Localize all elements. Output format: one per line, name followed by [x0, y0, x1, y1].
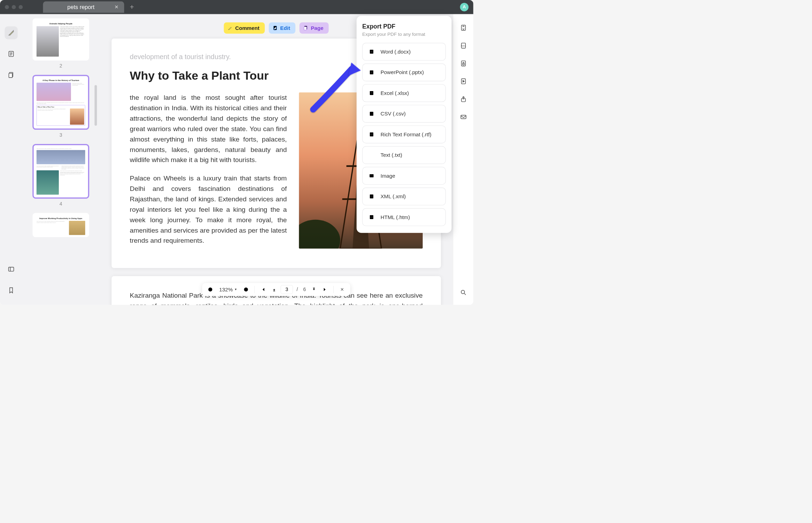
thumbnail-scrollbar[interactable]	[95, 85, 97, 126]
export-csv[interactable]: CSV (.csv)	[362, 105, 446, 122]
share-icon[interactable]	[460, 96, 467, 103]
svg-point-22	[461, 290, 464, 294]
convert-icon[interactable]	[460, 24, 467, 32]
floating-toolbar: Comment Edit Page	[224, 22, 329, 34]
svg-rect-2	[9, 73, 12, 78]
thumbnail-sidebar: Animals Helping People Lorem ipsum dolor…	[22, 14, 99, 305]
thumbnail-item[interactable]: Animals Helping People Lorem ipsum dolor…	[32, 18, 89, 69]
export-rtf[interactable]: RTF Rich Text Format (.rtf)	[362, 126, 446, 143]
comment-label: Comment	[235, 25, 260, 31]
pdfa-icon[interactable]: PDF/A	[460, 42, 467, 50]
thumbnail-number: 4	[32, 201, 89, 207]
page-number-input[interactable]	[281, 285, 293, 294]
play-icon[interactable]	[460, 78, 467, 86]
mail-icon[interactable]	[460, 113, 467, 121]
tab-title: pets report	[67, 4, 95, 10]
export-xml[interactable]: </> XML (.xml)	[362, 187, 446, 205]
svg-rect-29	[370, 112, 373, 115]
thumbnail-item[interactable]: Lorem ipsum dolor sit amet consectetur a…	[32, 144, 89, 207]
page-button[interactable]: Page	[300, 22, 329, 34]
close-window[interactable]	[5, 5, 9, 9]
comment-button[interactable]: Comment	[224, 22, 265, 34]
bookmark-tool[interactable]	[5, 284, 17, 297]
new-tab-button[interactable]: +	[130, 3, 134, 11]
thumbnail-item[interactable]: A Key Phase in the History of Tourism Lo…	[32, 75, 89, 138]
app-window: pets report ✕ + A	[0, 0, 473, 305]
export-powerpoint[interactable]: P PowerPoint (.pptx)	[362, 63, 446, 81]
export-title: Export PDF	[362, 23, 446, 30]
highlighter-tool[interactable]	[5, 26, 17, 39]
svg-text:P: P	[371, 71, 372, 73]
total-pages: 6	[302, 287, 308, 292]
minimize-window[interactable]	[12, 5, 16, 9]
thumbnail-number: 2	[32, 63, 89, 69]
search-icon[interactable]	[460, 289, 467, 297]
svg-rect-6	[304, 27, 307, 30]
maximize-window[interactable]	[19, 5, 23, 9]
rtf-icon: RTF	[368, 131, 375, 138]
thumbnail-item[interactable]: Improve Working Productivity in Using Ap…	[32, 213, 89, 237]
page-label: Page	[311, 25, 323, 31]
edit-label: Edit	[280, 25, 290, 31]
body-text: the royal land is the most sought after …	[130, 92, 287, 254]
svg-text:X: X	[371, 92, 372, 94]
word-icon: W	[368, 48, 375, 55]
close-tab-icon[interactable]: ✕	[114, 4, 119, 10]
svg-text:W: W	[371, 51, 373, 53]
zoom-in-button[interactable]	[241, 285, 250, 294]
export-txt[interactable]: Text (.txt)	[362, 146, 446, 164]
right-rail: PDF/A	[453, 14, 473, 305]
svg-rect-18	[462, 63, 464, 65]
first-page-button[interactable]	[259, 285, 268, 294]
zoom-out-button[interactable]	[206, 285, 215, 294]
thumbnail-number: 3	[32, 132, 89, 138]
powerpoint-icon: P	[368, 69, 375, 76]
svg-point-33	[371, 175, 371, 176]
excel-icon: X	[368, 89, 375, 97]
export-excel[interactable]: X Excel (.xlsx)	[362, 84, 446, 102]
svg-point-13	[244, 288, 248, 291]
svg-point-11	[299, 220, 340, 249]
page-separator: /	[295, 287, 300, 292]
export-word[interactable]: W Word (.docx)	[362, 43, 446, 61]
csv-icon	[368, 110, 375, 118]
svg-text:</>: </>	[371, 196, 373, 198]
panel-toggle[interactable]	[5, 263, 17, 276]
traffic-lights	[5, 5, 23, 9]
prev-page-button[interactable]	[270, 285, 279, 294]
export-panel: Export PDF Export your PDF to any format…	[357, 16, 452, 233]
lock-icon[interactable]	[460, 60, 467, 68]
svg-text:PDF/A: PDF/A	[461, 45, 466, 47]
bottom-nav-bar: 132% ▼ / 6	[202, 283, 350, 296]
avatar-letter: A	[463, 5, 466, 10]
zoom-dropdown[interactable]: 132% ▼	[217, 286, 240, 292]
txt-icon	[368, 152, 375, 159]
left-rail	[0, 14, 22, 305]
svg-text:HTML: HTML	[370, 217, 373, 218]
document-tab[interactable]: pets report ✕	[43, 1, 124, 13]
export-html[interactable]: HTML HTML (.htm)	[362, 208, 446, 226]
svg-rect-3	[9, 267, 14, 271]
pages-tool[interactable]	[5, 69, 17, 81]
outline-tool[interactable]	[5, 47, 17, 60]
close-bar-button[interactable]: ✕	[338, 285, 347, 294]
last-page-button[interactable]	[320, 285, 329, 294]
next-page-button[interactable]	[310, 285, 319, 294]
svg-text:RTF: RTF	[370, 134, 373, 135]
html-icon: HTML	[368, 214, 375, 221]
svg-rect-21	[461, 115, 466, 119]
svg-point-12	[208, 288, 212, 291]
xml-icon: </>	[368, 193, 375, 200]
export-subtitle: Export your PDF to any format	[362, 32, 446, 37]
user-avatar[interactable]: A	[460, 3, 468, 11]
edit-button[interactable]: Edit	[269, 22, 295, 34]
image-icon	[368, 172, 375, 179]
titlebar: pets report ✕ + A	[0, 0, 473, 14]
export-image[interactable]: Image	[362, 167, 446, 185]
